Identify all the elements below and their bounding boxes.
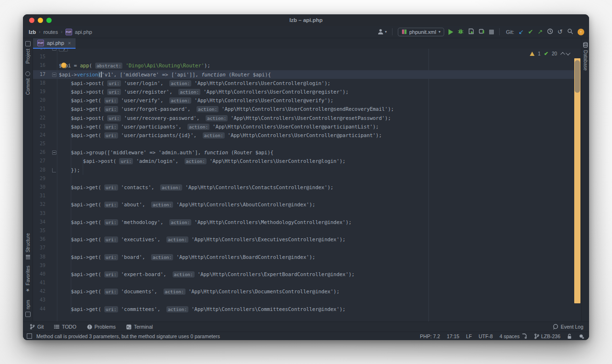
fold-marker-icon[interactable]: [52, 73, 56, 77]
search-icon[interactable]: [567, 28, 573, 36]
status-php-version[interactable]: PHP: 7.2: [420, 333, 440, 339]
previous-issue-icon[interactable]: [560, 52, 565, 57]
status-encoding[interactable]: UTF-8: [479, 333, 493, 339]
profiler-icon[interactable]: [479, 28, 485, 36]
line-number[interactable]: 39: [33, 261, 45, 270]
tool-window-problems[interactable]: Problems: [87, 324, 116, 330]
code-line[interactable]: 37: [33, 244, 574, 252]
fold-marker-icon[interactable]: [52, 168, 56, 172]
code-line[interactable]: 14*/: [33, 49, 574, 53]
line-number[interactable]: 32: [33, 200, 45, 209]
code-line[interactable]: 29: [33, 174, 574, 183]
line-number[interactable]: 40: [33, 270, 45, 278]
code-line[interactable]: 44 $api->get( uri: 'committees', action:…: [33, 305, 574, 313]
tool-strip-item-structure[interactable]: Structure: [25, 233, 31, 259]
code-line[interactable]: 34 $api->get( uri: 'methodology', action…: [33, 218, 574, 226]
run-icon[interactable]: [448, 29, 453, 35]
line-number[interactable]: 44: [33, 305, 45, 313]
code-line[interactable]: 21 $api->get( uri: 'user/forgot-password…: [33, 105, 574, 113]
tool-strip-item-favorites[interactable]: ★Favorites: [25, 266, 31, 293]
code-line[interactable]: 41: [33, 278, 574, 287]
stop-icon[interactable]: [489, 30, 494, 34]
status-cursor-position[interactable]: 17:15: [447, 333, 459, 339]
scrollbar-error-stripe[interactable]: [574, 58, 580, 303]
update-project-icon[interactable]: ↙: [518, 29, 524, 35]
code-line[interactable]: 43: [33, 296, 574, 304]
line-number[interactable]: 28: [33, 166, 45, 174]
status-lock[interactable]: [567, 333, 572, 339]
code-line[interactable]: 33: [33, 209, 574, 218]
line-number[interactable]: 35: [33, 226, 45, 235]
line-number[interactable]: 38: [33, 253, 45, 261]
code-line[interactable]: 28 });: [33, 166, 574, 174]
code-line[interactable]: 20 $api->get( uri: 'user/verify', action…: [33, 96, 574, 105]
tool-window-switcher-icon[interactable]: [27, 333, 32, 339]
tool-window-git[interactable]: Git: [30, 324, 44, 330]
line-number[interactable]: 30: [33, 183, 45, 192]
line-number[interactable]: 14: [33, 49, 45, 53]
line-number[interactable]: 33: [33, 209, 45, 218]
code-line[interactable]: 16$api = app( abstract: 'Dingo\Api\Routi…: [33, 61, 574, 70]
line-number[interactable]: 20: [33, 96, 45, 105]
next-issue-icon[interactable]: [566, 51, 570, 55]
line-number[interactable]: 25: [33, 139, 45, 148]
close-icon[interactable]: ×: [68, 40, 71, 46]
code-line[interactable]: 19 $api->post( uri: 'user/register', act…: [33, 87, 574, 96]
breadcrumb-file[interactable]: api.php: [75, 29, 92, 35]
tool-strip-item-commit[interactable]: Commit: [25, 71, 31, 95]
line-number[interactable]: 43: [33, 296, 45, 304]
code-line[interactable]: 22 $api->post( uri: 'user/recovery-passw…: [33, 114, 574, 122]
tool-strip-item-database[interactable]: Database: [583, 42, 588, 71]
line-number[interactable]: 22: [33, 114, 45, 122]
status-line-ending[interactable]: LF: [466, 333, 472, 339]
tool-strip-item-project[interactable]: Project: [25, 41, 31, 64]
fold-marker-icon[interactable]: [52, 49, 56, 51]
code-line[interactable]: 25: [33, 139, 574, 148]
user-icon[interactable]: ▾: [377, 29, 387, 35]
title-bar[interactable]: lzb – api.php: [23, 14, 589, 26]
debug-icon[interactable]: [458, 28, 464, 36]
code-line[interactable]: 24 $api->get( uri: 'user/participants/{i…: [33, 131, 574, 139]
code-line[interactable]: 39: [33, 261, 574, 270]
run-configuration-select[interactable]: phpunit.xml ▾: [398, 28, 444, 36]
code-line[interactable]: 15: [33, 53, 574, 61]
code-line[interactable]: 36 $api->get( uri: 'executives', action:…: [33, 235, 574, 244]
breadcrumb-project[interactable]: lzb: [29, 29, 36, 35]
tab-api-php[interactable]: PHP api.php ×: [33, 38, 76, 49]
code-line[interactable]: 40 $api->get( uri: 'expert-board', actio…: [33, 270, 574, 278]
code-line[interactable]: 27 $api->post( uri: 'admin/login', actio…: [33, 157, 574, 165]
update-available-icon[interactable]: ↑: [578, 29, 584, 35]
line-number[interactable]: 18: [33, 79, 45, 87]
line-number[interactable]: 42: [33, 287, 45, 296]
status-git-branch[interactable]: LZB-236: [534, 333, 560, 339]
code-line[interactable]: 23 $api->get( uri: 'user/participants', …: [33, 122, 574, 131]
history-icon[interactable]: [547, 28, 553, 36]
line-number[interactable]: 16: [33, 61, 45, 70]
inspections-widget[interactable]: 1 ✔ 20: [530, 51, 570, 57]
line-number[interactable]: 21: [33, 105, 45, 113]
line-number[interactable]: 29: [33, 174, 45, 183]
fold-marker-icon[interactable]: [52, 150, 56, 155]
breadcrumb-folder[interactable]: routes: [44, 29, 58, 35]
line-number[interactable]: 37: [33, 244, 45, 252]
coverage-icon[interactable]: [468, 28, 474, 36]
rollback-icon[interactable]: ↺: [557, 29, 563, 35]
code-line[interactable]: 35: [33, 226, 574, 235]
status-highlighting-level[interactable]: [579, 333, 584, 339]
tool-window-event-log[interactable]: Event Log: [553, 324, 583, 330]
line-number[interactable]: 15: [33, 53, 45, 61]
scrollbar-thumb[interactable]: [575, 60, 580, 93]
push-icon[interactable]: ↗: [537, 29, 543, 35]
code-editor[interactable]: 14*/1516$api = app( abstract: 'Dingo\Api…: [33, 49, 581, 321]
code-line[interactable]: 18 $api->post( uri: 'user/login', action…: [33, 79, 574, 87]
status-indent-config[interactable]: 4 spaces: [500, 333, 527, 339]
code-line[interactable]: 30 $api->get( uri: 'contacts', action: '…: [33, 183, 574, 192]
code-line[interactable]: 26 $api->group(['middleware' => 'admin.a…: [33, 148, 574, 157]
code-line[interactable]: 38 $api->get( uri: 'board', action: 'App…: [33, 253, 574, 261]
tool-window-terminal[interactable]: Terminal: [126, 324, 153, 330]
line-number[interactable]: 19: [33, 87, 45, 96]
code-line[interactable]: 17$api->version('v1', ['middleware' => […: [33, 70, 581, 79]
line-number[interactable]: 36: [33, 235, 45, 244]
line-number[interactable]: 17: [33, 70, 45, 79]
tool-window-todo[interactable]: TODO: [54, 324, 76, 330]
